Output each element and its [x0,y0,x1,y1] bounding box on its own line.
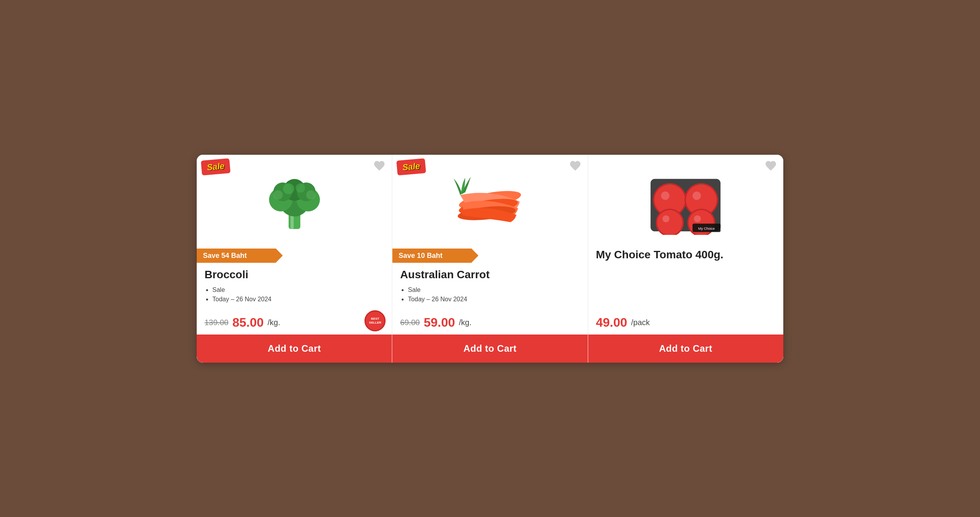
tomato-name: My Choice Tomato 400g. [596,249,775,261]
product-card-carrot: Sale Save [392,155,588,363]
carrot-detail-sale: Sale [408,286,580,293]
best-seller-badge-broccoli: BEST SELLER [364,310,386,331]
heart-icon-carrot [569,159,582,172]
broccoli-price-row: 139.00 85.00 /kg. BEST SELLER [197,309,392,335]
tomato-unit: /pack [631,318,650,327]
carrot-image [447,168,533,235]
product-cards-container: Sale [197,155,783,363]
svg-point-24 [662,215,669,222]
svg-point-9 [296,183,305,193]
broccoli-name: Broccoli [205,268,384,281]
product-card-broccoli: Sale [197,155,392,363]
svg-point-23 [657,210,682,235]
broccoli-detail-sale: Sale [212,286,384,293]
add-to-cart-button-carrot[interactable]: Add to Cart [392,335,587,363]
product-card-tomato: My Choice My Choice Tomato 400g. 49.00 /… [588,155,783,363]
broccoli-old-price: 139.00 [205,318,228,327]
broccoli-detail-date: Today – 26 Nov 2024 [212,296,384,303]
svg-point-11 [306,190,316,200]
wishlist-button-tomato[interactable] [765,159,777,173]
tomato-image: My Choice [643,168,729,235]
tomato-image-area: My Choice [588,155,783,249]
carrot-card-body: Australian Carrot Sale Today – 26 Nov 20… [392,268,587,309]
carrot-name: Australian Carrot [400,268,580,281]
save-banner-carrot: Save 10 Baht [392,249,478,263]
svg-point-10 [273,190,283,200]
best-seller-text: BEST [371,317,379,321]
heart-icon-tomato [765,159,777,172]
tomato-card-body: My Choice Tomato 400g. [588,249,783,309]
svg-point-21 [693,191,701,200]
add-to-cart-button-tomato[interactable]: Add to Cart [588,335,783,363]
tomato-price-row: 49.00 /pack [588,309,783,335]
svg-point-18 [661,191,669,200]
svg-point-8 [283,183,294,194]
broccoli-details: Sale Today – 26 Nov 2024 [205,286,384,305]
carrot-image-area: Sale [392,155,587,249]
tomato-details [596,267,775,305]
sale-badge-broccoli: Sale [201,158,230,175]
carrot-details: Sale Today – 26 Nov 2024 [400,286,580,305]
best-seller-text2: SELLER [369,321,382,325]
heart-icon-broccoli [373,159,386,172]
add-to-cart-button-broccoli[interactable]: Add to Cart [197,335,392,363]
sale-badge-carrot: Sale [397,158,426,175]
broccoli-new-price: 85.00 [232,315,264,330]
broccoli-card-body: Broccoli Sale Today – 26 Nov 2024 [197,268,392,309]
carrot-old-price: 69.00 [400,318,420,327]
broccoli-unit: /kg. [267,318,280,327]
broccoli-image-area: Sale [197,155,392,249]
wishlist-button-carrot[interactable] [569,159,582,173]
svg-rect-1 [291,215,294,229]
wishlist-button-broccoli[interactable] [373,159,386,173]
carrot-new-price: 59.00 [424,315,455,330]
carrot-detail-date: Today – 26 Nov 2024 [408,296,580,303]
svg-point-27 [694,215,701,222]
tomato-new-price: 49.00 [596,315,627,330]
broccoli-image [251,168,337,235]
save-banner-broccoli: Save 54 Baht [197,249,283,263]
carrot-unit: /kg. [459,318,471,327]
carrot-price-row: 69.00 59.00 /kg. [392,309,587,335]
svg-text:My Choice: My Choice [698,226,715,230]
